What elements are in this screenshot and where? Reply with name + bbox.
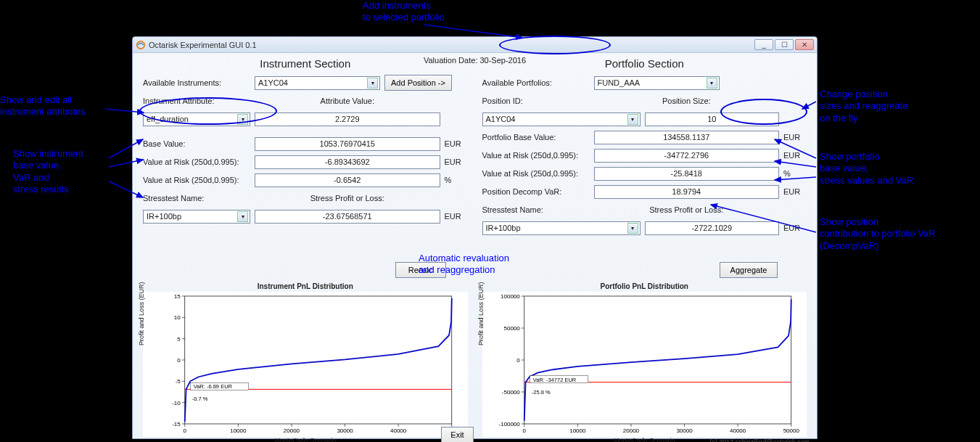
- available-portfolios-select[interactable]: FUND_AAA ▾: [594, 76, 720, 90]
- callout-decomp-var: Show position contribution to portfolio …: [820, 216, 935, 252]
- chevron-down-icon: ▾: [707, 78, 717, 89]
- position-id-label: Position ID:: [482, 97, 590, 105]
- svg-text:0: 0: [516, 357, 520, 364]
- var-pct-unit: %: [445, 176, 468, 184]
- portfolio-var-abs-unit: EUR: [783, 151, 807, 160]
- position-size-label: Position Size:: [594, 97, 780, 105]
- callout-add-instruments: Add instruments to selected portfolio: [363, 0, 445, 24]
- var-pct-label: Value at Risk (250d,0.995):: [143, 176, 250, 184]
- callout-auto-reval: Automatic revaluation and reaggregation: [419, 253, 509, 277]
- portfolio-stress-value-field: -2722.1029: [645, 221, 780, 235]
- svg-text:30000: 30000: [676, 427, 693, 434]
- titlebar[interactable]: Octarisk Experimental GUI 0.1 _ ☐ ✕: [133, 37, 817, 53]
- portfolio-var-abs-label: Value at Risk (250d,0.995):: [482, 151, 590, 160]
- svg-text:-15: -15: [172, 421, 181, 427]
- var-abs-field: -6.89343692: [255, 155, 440, 169]
- position-id-select[interactable]: A1YC04 ▾: [482, 112, 641, 126]
- callout-instrument-values: Show instrument base value, VaR and stre…: [13, 148, 83, 195]
- svg-text:15: 15: [174, 293, 181, 300]
- app-window: Octarisk Experimental GUI 0.1 _ ☐ ✕ Inst…: [132, 36, 818, 439]
- portfolio-base-unit: EUR: [783, 133, 807, 142]
- portfolio-stress-select[interactable]: IR+100bp ▾: [482, 221, 641, 235]
- svg-text:VaR: -6.89 EUR: VaR: -6.89 EUR: [194, 383, 233, 390]
- attribute-value-label: Attribute Value:: [255, 97, 440, 105]
- svg-text:5: 5: [177, 336, 181, 343]
- app-icon: [136, 40, 146, 50]
- available-portfolios-label: Available Portfolios:: [482, 78, 590, 87]
- var-abs-unit: EUR: [445, 157, 468, 166]
- decomp-var-label: Position Decomp VaR:: [482, 187, 590, 196]
- footer-copyright: (c) 2017 schinzilord@octarisk.com: [709, 438, 810, 442]
- svg-text:0: 0: [522, 427, 526, 434]
- var-pct-field: -0.6542: [255, 173, 440, 187]
- stress-pnl-field: -23.67568571: [255, 210, 440, 224]
- position-size-field[interactable]: 10: [645, 112, 780, 126]
- svg-text:-5: -5: [176, 378, 181, 385]
- aggregate-button[interactable]: Aggregate: [720, 262, 778, 278]
- portfolio-pnl-chart: Portfolio PnL Distribution Profit and Lo…: [482, 282, 807, 442]
- var-abs-label: Value at Risk (250d,0.995):: [143, 157, 250, 166]
- portfolio-stress-unit: EUR: [783, 224, 807, 232]
- chevron-down-icon: ▾: [367, 78, 378, 89]
- callout-portfolio-values: Show portfolio base value, stress values…: [820, 151, 913, 187]
- window-title: Octarisk Experimental GUI 0.1: [149, 41, 754, 49]
- base-value-label: Base Value:: [143, 139, 250, 148]
- svg-text:50000: 50000: [503, 325, 520, 332]
- stresstest-select[interactable]: IR+100bp ▾: [143, 210, 250, 224]
- portfolio-var-pct-label: Value at Risk (250d,0.995):: [482, 169, 590, 178]
- svg-text:0: 0: [184, 427, 187, 434]
- chevron-down-icon: ▾: [237, 114, 248, 125]
- instrument-section: Instrument Section Available Instruments…: [143, 57, 468, 236]
- svg-text:40000: 40000: [390, 427, 407, 434]
- callout-instrument-attributes: Show and edit all instrument attributes: [0, 94, 86, 118]
- svg-text:10000: 10000: [230, 427, 247, 434]
- close-button[interactable]: ✕: [795, 39, 814, 50]
- portfolio-var-pct-unit: %: [783, 169, 807, 178]
- exit-button[interactable]: Exit: [441, 427, 474, 442]
- svg-text:50000: 50000: [783, 427, 799, 434]
- portfolio-var-abs-field: -34772.2796: [594, 149, 780, 163]
- svg-text:20000: 20000: [622, 427, 639, 434]
- svg-text:-10: -10: [172, 400, 181, 406]
- instrument-pnl-chart: Instrument PnL Distribution Profit and L…: [143, 282, 468, 442]
- svg-text:10: 10: [174, 314, 181, 321]
- svg-point-0: [137, 41, 145, 49]
- portfolio-base-field: 134558.1137: [594, 131, 780, 144]
- svg-text:0: 0: [177, 357, 181, 364]
- portfolio-stress-pnl-label: Stress Profit or Loss:: [594, 205, 780, 214]
- decomp-var-unit: EUR: [783, 187, 807, 196]
- portfolio-stress-label: Stresstest Name:: [482, 205, 590, 214]
- svg-text:40000: 40000: [730, 427, 746, 434]
- chevron-down-icon: ▾: [627, 223, 638, 234]
- decomp-var-field: 18.9794: [594, 185, 780, 199]
- svg-text:100000: 100000: [501, 293, 520, 300]
- portfolio-base-label: Portfolio Base Value:: [482, 133, 590, 142]
- stress-pnl-label: Stress Profit or Loss:: [255, 194, 440, 202]
- svg-text:VaR: -34772 EUR: VaR: -34772 EUR: [532, 377, 576, 383]
- svg-text:10000: 10000: [569, 427, 586, 434]
- portfolio-section: Portfolio Section Available Portfolios: …: [482, 57, 807, 236]
- svg-text:-100000: -100000: [498, 421, 520, 427]
- svg-text:-50000: -50000: [501, 389, 519, 396]
- svg-rect-1: [185, 296, 452, 424]
- instrument-attribute-select[interactable]: eff_duration ▾: [143, 112, 250, 126]
- minimize-button[interactable]: _: [754, 39, 773, 50]
- available-instruments-label: Available Instruments:: [143, 78, 250, 87]
- svg-text:-25.8 %: -25.8 %: [531, 389, 550, 396]
- svg-text:-0.7 %: -0.7 %: [192, 396, 208, 402]
- svg-text:30000: 30000: [337, 427, 353, 434]
- callout-position-size: Change position sizes and reaggreate on …: [820, 89, 907, 124]
- portfolio-var-pct-field: -25.8418: [594, 167, 780, 181]
- add-position-button[interactable]: Add Position ->: [384, 75, 452, 91]
- stresstest-name-label: Stresstest Name:: [143, 194, 250, 202]
- chevron-down-icon: ▾: [237, 211, 248, 222]
- instrument-attribute-label: Instrument Attribute:: [143, 97, 250, 105]
- base-value-field: 1053.76970415: [255, 137, 440, 151]
- maximize-button[interactable]: ☐: [775, 39, 794, 50]
- valuation-date: Valuation Date: 30-Sep-2016: [133, 56, 817, 65]
- stress-pnl-unit: EUR: [445, 212, 468, 221]
- chevron-down-icon: ▾: [627, 114, 638, 125]
- available-instruments-select[interactable]: A1YC04 ▾: [255, 76, 380, 90]
- svg-text:20000: 20000: [284, 427, 300, 434]
- attribute-value-field[interactable]: 2.2729: [255, 112, 440, 126]
